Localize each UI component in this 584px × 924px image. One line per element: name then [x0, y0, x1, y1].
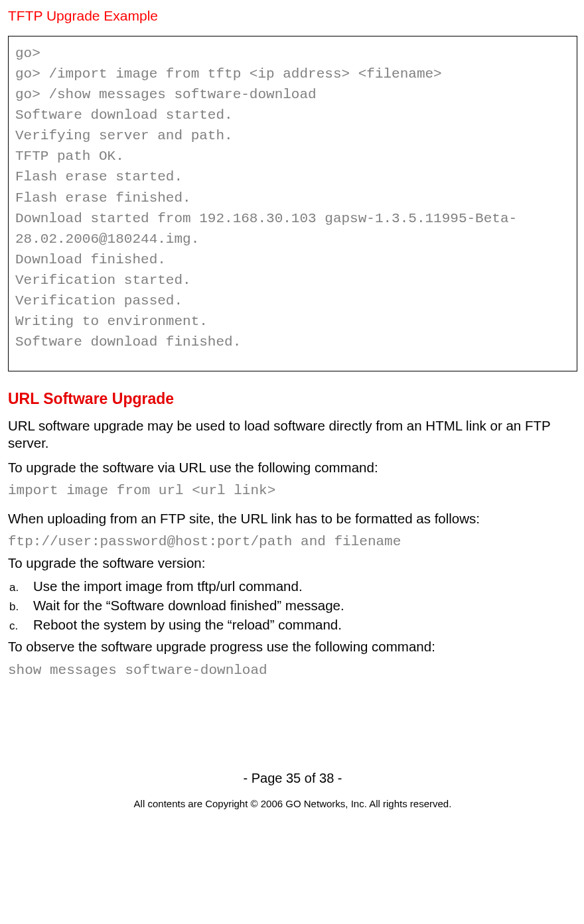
code-line: Writing to environment. [15, 311, 570, 332]
terminal-output-box: go> go> /import image from tftp <ip addr… [8, 36, 577, 371]
page-number: - Page 35 of 38 - [8, 771, 577, 786]
tftp-example-heading: TFTP Upgrade Example [8, 8, 577, 24]
step-text: Wait for the “Software download finished… [33, 598, 344, 614]
copyright-text: All contents are Copyright © 2006 GO Net… [8, 798, 577, 809]
code-line: Download started from 192.168.30.103 gap… [15, 208, 570, 249]
command-text: ftp://user:password@host:port/path and f… [8, 534, 577, 549]
step-label: a. [8, 581, 33, 594]
step-label: b. [8, 600, 33, 614]
code-line: Software download started. [15, 105, 570, 125]
step-text: Use the import image from tftp/url comma… [33, 578, 303, 594]
code-line: go> [15, 43, 570, 64]
code-line: Verification started. [15, 270, 570, 291]
command-text: import image from url <url link> [8, 483, 577, 498]
code-line: go> /show messages software-download [15, 84, 570, 105]
page-footer: - Page 35 of 38 - All contents are Copyr… [8, 771, 577, 809]
steps-list: a. Use the import image from tftp/url co… [8, 578, 577, 633]
code-line: TFTP path OK. [15, 146, 570, 166]
paragraph: To upgrade the software via URL use the … [8, 459, 577, 476]
url-upgrade-heading: URL Software Upgrade [8, 390, 577, 408]
paragraph: URL software upgrade may be used to load… [8, 417, 577, 452]
code-line: Flash erase started. [15, 166, 570, 187]
paragraph: To observe the software upgrade progress… [8, 638, 577, 655]
code-line: Software download finished. [15, 332, 570, 352]
code-line: Verifying server and path. [15, 125, 570, 146]
paragraph: To upgrade the software version: [8, 555, 577, 572]
step-text: Reboot the system by using the “reload” … [33, 617, 342, 633]
step-label: c. [8, 620, 33, 633]
list-item: a. Use the import image from tftp/url co… [8, 578, 577, 594]
code-line: Verification passed. [15, 291, 570, 311]
paragraph: When uploading from an FTP site, the URL… [8, 510, 577, 527]
command-text: show messages software-download [8, 663, 577, 678]
list-item: b. Wait for the “Software download finis… [8, 598, 577, 614]
code-line: Flash erase finished. [15, 188, 570, 208]
code-line: Download finished. [15, 249, 570, 270]
code-line: go> /import image from tftp <ip address>… [15, 64, 570, 84]
list-item: c. Reboot the system by using the “reloa… [8, 617, 577, 633]
